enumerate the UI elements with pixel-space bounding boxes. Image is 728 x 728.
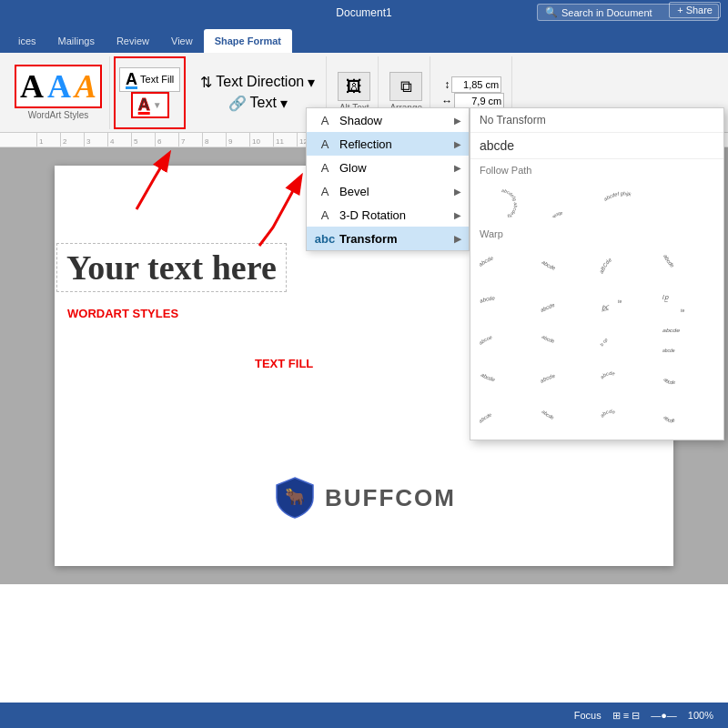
transform-icon: abc (318, 231, 332, 246)
transform-follow-1[interactable]: abcdefg abcdefg (476, 183, 527, 219)
warp-2[interactable]: abcde (537, 247, 588, 283)
dropdown-shadow[interactable]: A Shadow ▶ (307, 108, 469, 132)
warp-18[interactable]: abcde (537, 399, 588, 436)
warp-11[interactable]: b cp (598, 323, 649, 359)
3d-rotation-label: 3-D Rotation (339, 208, 406, 222)
warp-9[interactable]: abcoe (476, 323, 527, 359)
reflection-label: Reflection (339, 137, 392, 151)
tab-shape-format[interactable]: Shape Format (204, 29, 292, 53)
ruler-mark: 8 (202, 133, 226, 147)
ruler-mark: 3 (84, 133, 107, 147)
warp-15[interactable]: abcde (598, 361, 649, 398)
ribbon-tabs: ices Mailings Review View Shape Format (0, 25, 728, 53)
warp-16[interactable]: abcde (659, 361, 710, 398)
alt-text-icon-square: 🖼 (338, 72, 370, 101)
no-transform-option[interactable]: No Transform (470, 108, 723, 133)
ruler-mark: 9 (226, 133, 249, 147)
tab-review[interactable]: Review (106, 29, 160, 53)
warp-header: Warp (470, 223, 723, 243)
warp-14[interactable]: abcde (537, 361, 588, 398)
svg-text:abcde: abcde (540, 373, 556, 384)
svg-text:abcde: abcde (662, 329, 681, 333)
width-input[interactable] (454, 93, 504, 109)
shadow-label: Shadow (339, 114, 382, 127)
create-link-chevron: ▾ (280, 95, 288, 112)
dropdown-3d-rotation[interactable]: A 3-D Rotation ▶ (307, 203, 469, 227)
svg-text:abcde: abcde (600, 370, 615, 380)
shadow-chevron: ▶ (454, 116, 461, 126)
ruler-mark: 4 (107, 133, 131, 147)
ruler-mark: 1 (36, 133, 60, 147)
create-link-button[interactable]: 🔗 Text ▾ (225, 93, 291, 114)
text-direction-button[interactable]: ⇅ Text Direction ▾ (197, 72, 318, 93)
svg-text:lp̲: lp̲ (662, 294, 669, 302)
wordart-letter-a2: A (47, 70, 71, 103)
svg-text:abcde: abcde (600, 409, 616, 419)
transform-follow-2[interactable]: abcdef abcdef (537, 183, 588, 219)
dropdown-transform[interactable]: abc Transform ▶ (307, 227, 469, 250)
text-effects-button[interactable]: A ▼ (131, 92, 169, 118)
warp-17[interactable]: abcde (476, 399, 527, 436)
share-button[interactable]: + Share (669, 2, 721, 18)
ruler-marks: 1 2 3 4 5 6 7 8 9 10 11 12 (36, 133, 320, 147)
warp-13[interactable]: abcde (476, 361, 527, 398)
text-direction-icon: ⇅ (200, 74, 212, 91)
status-icons: ⊞ ≡ ⊟ (612, 710, 641, 722)
warp-4[interactable]: abcde (659, 247, 710, 283)
svg-text:te: te (618, 298, 622, 304)
warp-12[interactable]: abcde abcde (659, 323, 710, 359)
svg-text:abcde: abcde (478, 255, 494, 267)
glow-label: Glow (339, 161, 367, 175)
warp-3[interactable]: aBCde (598, 247, 649, 283)
follow-path-header: Follow Path (470, 159, 723, 179)
svg-text:abcdefg abcdefg: abcdefg abcdefg (501, 187, 519, 217)
warp-7[interactable]: b̲c̲ te (598, 285, 649, 321)
warp-10[interactable]: abcde (537, 323, 588, 359)
tab-view[interactable]: View (160, 29, 204, 53)
warp-grid: abcde abcde aBCde abcde abcde (470, 243, 723, 440)
svg-text:abcde: abcde (480, 372, 496, 383)
document-title: Document1 (336, 6, 391, 19)
status-right: Focus ⊞ ≡ ⊟ —●— 100% (574, 710, 713, 722)
width-icon: ↔ (441, 95, 452, 107)
wordart-letter-a3: A (75, 70, 96, 103)
ruler-mark: 2 (60, 133, 84, 147)
svg-text:🐂: 🐂 (285, 487, 306, 507)
height-input[interactable] (451, 76, 501, 93)
abcde-option[interactable]: abcde (470, 133, 723, 159)
svg-text:abcde: abcde (541, 334, 556, 344)
transform-label: Transform (339, 232, 398, 246)
ruler-mark: 7 (178, 133, 202, 147)
transform-follow-3[interactable]: abcdef ghijk (598, 183, 649, 219)
dropdown-reflection[interactable]: A Reflection ▶ (307, 132, 469, 156)
zoom-level: 100% (688, 710, 713, 721)
wordart-styles-label: WordArt Styles (28, 110, 89, 120)
dropdown-glow[interactable]: A Glow ▶ (307, 156, 469, 179)
transform-submenu: No Transform abcde Follow Path abcdefg a… (470, 107, 724, 440)
dropdown-bevel[interactable]: A Bevel ▶ (307, 179, 469, 203)
svg-text:abcde: abcde (541, 259, 556, 271)
bevel-label: Bevel (339, 185, 369, 198)
text-effects-label: ▼ (153, 100, 162, 110)
shadow-icon: A (318, 113, 332, 127)
warp-5[interactable]: abcde (476, 285, 527, 321)
transform-chevron: ▶ (454, 234, 461, 244)
focus-label[interactable]: Focus (574, 710, 602, 721)
text-effects-dropdown: A Shadow ▶ A Reflection ▶ A Glow ▶ A Bev… (306, 107, 470, 251)
zoom-slider[interactable]: —●— (651, 710, 677, 721)
search-icon: 🔍 (545, 6, 558, 18)
warp-20[interactable]: abcde (659, 399, 710, 436)
svg-text:aBCde: aBCde (600, 257, 613, 275)
warp-8[interactable]: lp̲ te (659, 285, 710, 321)
warp-6[interactable]: abcde (537, 285, 588, 321)
text-fill-button[interactable]: A Text Fill (119, 67, 180, 92)
wordart-styles-box[interactable]: A A A (15, 65, 102, 108)
text-fill-label: Text Fill (140, 74, 174, 85)
wordart-text[interactable]: Your text here (56, 243, 287, 292)
warp-1[interactable]: abcde (476, 247, 527, 283)
glow-chevron: ▶ (454, 163, 461, 173)
warp-19[interactable]: abcde (598, 399, 649, 436)
tab-ices[interactable]: ices (7, 29, 47, 53)
tab-mailings[interactable]: Mailings (47, 29, 106, 53)
svg-text:abcde: abcde (662, 377, 675, 385)
